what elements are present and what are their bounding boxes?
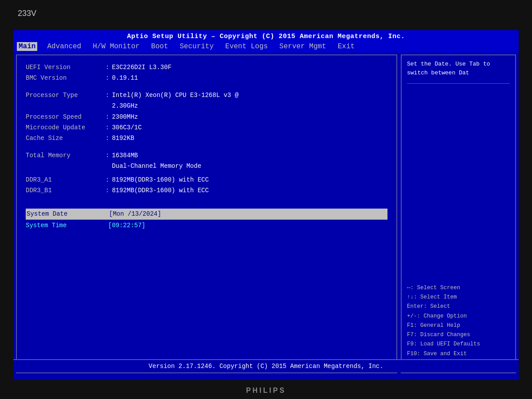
menu-tabs: Main Advanced H/W Monitor Boot Security … [13, 41, 519, 53]
version-text: Version 2.17.1246. Copyright (C) 2015 Am… [149, 363, 383, 370]
system-date-value: [Mon /13/2024] [109, 209, 161, 219]
microcode-value: 306C3/1C [112, 123, 141, 132]
ddr3-a1-value: 8192MB(DDR3-1600) with ECC [112, 175, 208, 185]
tab-servermgmt[interactable]: Server Mgmt [278, 42, 328, 51]
system-date-label: System Date [27, 209, 106, 219]
keyboard-help: ↔: Select Screen ↑↓: Select Item Enter: … [407, 283, 510, 368]
ddr3-a1-label: DDR3_A1 [26, 175, 106, 185]
total-memory-row: Total Memory : 16384MB [26, 151, 387, 160]
bmc-version-label: BMC Version [26, 73, 106, 83]
processor-speed-label: Processor Speed [26, 112, 106, 122]
tab-security[interactable]: Security [178, 42, 215, 51]
processor-type-cont: : 2.30GHz [26, 101, 387, 111]
processor-speed-row: Processor Speed : 2300MHz [26, 112, 387, 122]
voltage-display: 233V [18, 9, 36, 18]
tab-eventlogs[interactable]: Event Logs [223, 42, 270, 51]
bios-title: Aptio Setup Utility – Copyright (C) 2015… [127, 33, 405, 40]
system-time-value: [09:22:57] [108, 221, 145, 230]
key-help-line-7: F9: Load UEFI Defaults [407, 340, 510, 349]
tab-exit[interactable]: Exit [336, 42, 356, 51]
key-help-line-6: F7: Discard Changes [407, 330, 510, 340]
key-help-line-3: Enter: Select [407, 302, 510, 311]
version-bar: Version 2.17.1246. Copyright (C) 2015 Am… [13, 359, 519, 372]
memory-mode-value: Dual-Channel Memory Mode [112, 161, 201, 171]
tab-hwmonitor[interactable]: H/W Monitor [91, 42, 141, 51]
cache-size-label: Cache Size [26, 133, 106, 143]
system-date-row[interactable]: System Date [Mon /13/2024] [26, 209, 387, 219]
key-help-line-4: +/-: Change Option [407, 312, 510, 321]
total-memory-label: Total Memory [26, 151, 106, 160]
brand-name: PHILIPS [246, 387, 286, 394]
bmc-version-value: 0.19.11 [112, 73, 138, 83]
ddr3-b1-row: DDR3_B1 : 8192MB(DDR3-1600) with ECC [26, 186, 387, 195]
tab-advanced[interactable]: Advanced [45, 42, 83, 51]
tab-main[interactable]: Main [17, 42, 37, 51]
left-panel: UEFI Version : E3C226D2I L3.30F BMC Vers… [16, 54, 397, 373]
total-memory-value: 16384MB [112, 151, 138, 160]
uefi-version-label: UEFI Version [26, 62, 106, 72]
key-help-line-1: ↔: Select Screen [407, 283, 510, 293]
processor-speed-ghz: 2.30GHz [112, 101, 138, 111]
processor-type-value: Intel(R) Xeon(R) CPU E3-1268L v3 @ [112, 90, 239, 100]
ddr3-b1-value: 8192MB(DDR3-1600) with ECC [112, 186, 208, 195]
main-content: UEFI Version : E3C226D2I L3.30F BMC Vers… [13, 53, 519, 375]
processor-type-label: Processor Type [26, 90, 106, 100]
tab-boot[interactable]: Boot [149, 42, 170, 51]
key-help-line-2: ↑↓: Select Item [407, 293, 510, 302]
key-help-line-5: F1: General Help [407, 321, 510, 330]
bios-title-line: Aptio Setup Utility – Copyright (C) 2015… [13, 30, 519, 41]
bmc-version-row: BMC Version : 0.19.11 [26, 73, 387, 83]
cache-size-value: 8192KB [112, 133, 134, 143]
microcode-row: Microcode Update : 306C3/1C [26, 123, 387, 132]
processor-type-row: Processor Type : Intel(R) Xeon(R) CPU E3… [26, 90, 387, 100]
microcode-label: Microcode Update [26, 123, 106, 132]
uefi-version-value: E3C226D2I L3.30F [112, 62, 171, 72]
ddr3-b1-label: DDR3_B1 [26, 186, 106, 195]
system-time-row[interactable]: System Time [09:22:57] [26, 221, 387, 230]
processor-speed-value: 2300MHz [112, 112, 138, 122]
help-text: Set the Date. Use Tab toswitch between D… [407, 60, 510, 77]
header-region: Aptio Setup Utility – Copyright (C) 2015… [13, 30, 519, 53]
divider [407, 83, 510, 84]
outer-frame: 233V Aptio Setup Utility – Copyright (C)… [0, 0, 532, 399]
system-time-label: System Time [26, 221, 106, 230]
right-panel: Set the Date. Use Tab toswitch between D… [401, 54, 516, 373]
cache-size-row: Cache Size : 8192KB [26, 133, 387, 143]
brand-bar: PHILIPS [0, 387, 532, 395]
ddr3-a1-row: DDR3_A1 : 8192MB(DDR3-1600) with ECC [26, 175, 387, 185]
bios-screen: Aptio Setup Utility – Copyright (C) 2015… [13, 30, 519, 380]
uefi-version-row: UEFI Version : E3C226D2I L3.30F [26, 62, 387, 72]
memory-mode-row: : Dual-Channel Memory Mode [26, 161, 387, 171]
key-help-line-8: F10: Save and Exit [407, 349, 510, 359]
